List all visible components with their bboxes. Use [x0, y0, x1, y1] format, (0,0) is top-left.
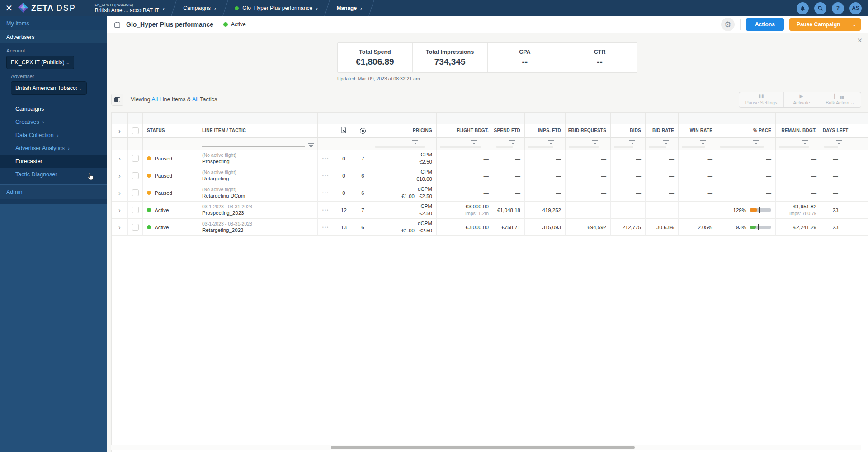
row-line-item[interactable]: 03-1-2023 - 03-31-2023Prospecting_2023 — [198, 202, 318, 219]
select-all-checkbox[interactable] — [132, 127, 139, 134]
line-item-name[interactable]: Retargeting DCpm — [202, 193, 245, 200]
sidebar-item-forecaster[interactable]: Forecaster — [0, 155, 107, 168]
row-expand-icon[interactable]: › — [112, 167, 128, 184]
horizontal-scrollbar-thumb[interactable] — [331, 446, 635, 449]
filter-icon[interactable] — [700, 140, 706, 144]
activate-button[interactable]: ▶Activate — [784, 92, 819, 107]
filter-icon[interactable] — [471, 140, 477, 144]
filter-icon[interactable] — [548, 140, 554, 144]
sidebar-item-creatives[interactable]: Creatives › — [0, 115, 107, 128]
advertiser-select[interactable]: British American Tobacco B... ⌄ — [11, 81, 87, 95]
filter-icon[interactable] — [629, 140, 635, 144]
filter-icon[interactable] — [308, 143, 314, 147]
header-ebid[interactable]: EBID REQUESTS — [566, 124, 611, 138]
row-menu[interactable]: ••• — [318, 184, 334, 202]
filter-icon[interactable] — [753, 140, 759, 144]
header-flight_bdgt[interactable]: FLIGHT BDGT. — [437, 124, 493, 138]
more-options-icon[interactable]: ••• — [322, 225, 329, 230]
header-pricing[interactable]: PRICING — [372, 124, 437, 138]
row-expand-icon[interactable]: › — [112, 202, 128, 219]
header-win_rate[interactable]: WIN RATE — [679, 124, 717, 138]
avatar[interactable]: AS — [849, 2, 862, 14]
line-item-name[interactable]: Retargeting_2023 — [202, 227, 252, 234]
gear-icon[interactable]: ⚙ — [721, 18, 735, 31]
header-imps_ftd[interactable]: IMPS. FTD — [525, 124, 566, 138]
header-bids[interactable]: BIDS — [611, 124, 646, 138]
pause-campaign-button[interactable]: Pause Campaign ⌄ — [789, 18, 861, 31]
row-checkbox[interactable] — [128, 184, 143, 202]
filter-input[interactable] — [440, 146, 481, 148]
header-remain[interactable]: REMAIN. BDGT. — [776, 124, 821, 138]
sidebar-item-admin[interactable]: Admin — [0, 185, 107, 199]
row-line-item[interactable]: 03-1-2023 - 03-31-2023Retargeting_2023 — [198, 219, 318, 236]
row-line-item[interactable]: (No active flight)Retargeting DCpm — [198, 184, 318, 202]
filter-icon[interactable] — [663, 140, 669, 144]
more-options-icon[interactable]: ••• — [322, 174, 329, 178]
row-checkbox[interactable] — [128, 167, 143, 184]
filter-icon[interactable] — [802, 140, 808, 144]
row-menu[interactable]: ••• — [318, 167, 334, 184]
header-spend_ftd[interactable]: SPEND FTD — [493, 124, 525, 138]
column-settings-button[interactable] — [111, 94, 123, 106]
help-icon[interactable]: ? — [832, 2, 844, 14]
filter-icon[interactable] — [412, 140, 418, 144]
breadcrumb-item[interactable]: Manage› — [330, 0, 368, 16]
row-expand-icon[interactable]: › — [112, 184, 128, 202]
actions-button[interactable]: Actions — [746, 18, 784, 31]
sidebar-item-advertisers[interactable]: Advertisers — [0, 30, 107, 43]
bulk-action-button[interactable]: ▎▗▖Bulk Action ⌄ — [819, 92, 861, 107]
filter-input[interactable] — [682, 146, 705, 148]
row-line-item[interactable]: (No active flight)Retargeting — [198, 167, 318, 184]
filter-input[interactable] — [649, 146, 666, 148]
banner-close-icon[interactable]: ✕ — [857, 37, 863, 45]
more-options-icon[interactable]: ••• — [322, 208, 329, 212]
close-icon[interactable]: ✕ — [0, 3, 18, 14]
row-checkbox[interactable] — [128, 150, 143, 167]
header-pace[interactable]: % PACE — [717, 124, 776, 138]
filter-input[interactable] — [824, 146, 838, 148]
filter-input[interactable] — [375, 146, 425, 148]
row-expand-icon[interactable]: › — [112, 150, 128, 167]
breadcrumb-item[interactable]: EK_CPX IT (PUBLICIS)British Ame ... acco… — [89, 0, 171, 16]
header-days[interactable]: DAYS LEFT — [821, 124, 850, 138]
header-line[interactable]: LINE ITEM / TACTIC — [198, 124, 318, 138]
row-menu[interactable]: ••• — [318, 219, 334, 236]
line-item-name[interactable]: Prospecting — [202, 158, 236, 165]
line-item-name[interactable]: Retargeting — [202, 175, 236, 183]
filter-icon[interactable] — [509, 140, 515, 144]
sidebar-item-advertiser-analytics[interactable]: Advertiser Analytics › — [0, 141, 107, 155]
sidebar-item-my-items[interactable]: My Items — [0, 16, 107, 30]
line-item-name[interactable]: Prospecting_2023 — [202, 210, 252, 217]
header-bid_rate[interactable]: BID RATE — [646, 124, 679, 138]
filter-icon[interactable] — [836, 140, 842, 144]
filter-input[interactable] — [202, 146, 305, 147]
filter-input[interactable] — [779, 146, 809, 148]
row-line-item[interactable]: (No active flight)Prospecting — [198, 150, 318, 167]
filter-icon[interactable] — [592, 140, 598, 144]
breadcrumb-item[interactable]: Glo_Hyper Plus performance› — [228, 0, 324, 16]
search-icon[interactable] — [814, 2, 826, 14]
breadcrumb-item[interactable]: Campaigns› — [177, 0, 222, 16]
header-status[interactable]: STATUS — [143, 124, 198, 138]
account-select[interactable]: EK_CPX IT (Publicis) ⌄ — [6, 56, 74, 69]
row-checkbox[interactable] — [128, 202, 143, 219]
row-expand-icon[interactable]: › — [112, 219, 128, 236]
all-filter-link[interactable]: All — [192, 96, 198, 103]
filter-input[interactable] — [496, 146, 513, 148]
row-menu[interactable]: ••• — [318, 150, 334, 167]
expand-all-icon[interactable]: › — [118, 127, 121, 134]
sidebar-item-campaigns[interactable]: Campaigns — [0, 102, 107, 115]
all-filter-link[interactable]: All — [151, 96, 158, 103]
chevron-down-icon[interactable]: ⌄ — [848, 18, 861, 31]
row-checkbox[interactable] — [128, 219, 143, 236]
more-options-icon[interactable]: ••• — [322, 191, 329, 195]
row-menu[interactable]: ••• — [318, 202, 334, 219]
filter-input[interactable] — [614, 146, 633, 148]
filter-input[interactable] — [528, 146, 553, 148]
notifications-icon[interactable] — [797, 2, 809, 14]
more-options-icon[interactable]: ••• — [322, 156, 329, 161]
pause-settings-button[interactable]: ▮▮Pause Settings — [739, 92, 784, 107]
filter-input[interactable] — [569, 146, 599, 148]
sidebar-item-data-collection[interactable]: Data Collection › — [0, 128, 107, 141]
filter-input[interactable] — [720, 146, 764, 148]
